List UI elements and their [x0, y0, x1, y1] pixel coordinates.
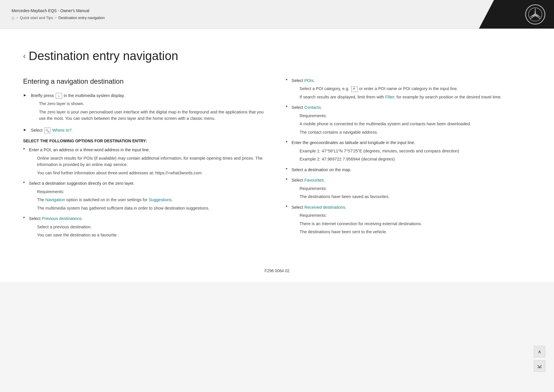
breadcrumb-current: Destination entry navigation [59, 16, 105, 20]
content-columns: Entering a navigation destination ► Brie… [23, 77, 531, 242]
breadcrumb-link-1[interactable]: Quick start and Tips [20, 16, 53, 20]
right-column: • Select POIs. Select a POI category, e.… [286, 77, 531, 242]
bullet-content: Select Previous destinations. Select a p… [29, 215, 119, 238]
bullet-marker: • [286, 204, 287, 235]
arrow-content: Select 🔍 Where to?. [31, 127, 73, 133]
filter-link[interactable]: Filter [385, 95, 394, 99]
bold-label: SELECT THE FOLLOWING OPTIONS FOR DESTINA… [23, 139, 268, 143]
sub-text-2: Example 2: 47.969722 7.956944 (decimal d… [300, 156, 459, 162]
sub-text: The destinations have been saved as favo… [300, 193, 389, 200]
footer-code: F296 0064 02 [265, 268, 289, 273]
home-inline-icon: ⌂ [56, 93, 62, 99]
main-content: ‹ Destination entry navigation Entering … [0, 29, 554, 260]
bullet-marker: • [23, 180, 25, 211]
list-item: • Enter the geocoordinates as latitude a… [286, 139, 531, 162]
sub-text: Select a POI category, e.g. P or enter a… [300, 85, 501, 92]
bullet-marker: • [286, 104, 287, 135]
home-icon[interactable]: ⌂ [12, 15, 14, 20]
received-destinations-link[interactable]: Received destinations [304, 205, 345, 210]
item-text: Select Contacts. [291, 105, 322, 110]
bullet-list: • Enter a POI, an address or a three-wor… [23, 147, 268, 238]
header-dark-area [479, 0, 554, 29]
right-bullet-list: • Select POIs. Select a POI category, e.… [286, 77, 531, 235]
sub-text: The zero layer is shown. [39, 100, 268, 107]
sub-text-2: The destinations have been sent to the v… [300, 229, 422, 235]
sub-text: Select a previous destination. [37, 224, 119, 230]
arrow-marker: ► [23, 128, 27, 133]
sub-text: A mobile phone is connected to the multi… [300, 121, 471, 127]
scroll-down-button[interactable] [534, 360, 545, 372]
item-text: Select POIs. [291, 78, 315, 83]
manual-title: Mercedes-Maybach EQS - Owner's Manual [12, 8, 105, 13]
suggestions-link[interactable]: Suggestions [149, 197, 172, 202]
sub-text: Example 1: 47°58'11"N 7°57'25"E (degrees… [300, 148, 459, 154]
pois-link[interactable]: POIs [304, 78, 314, 83]
requirements-label: Requirements: [300, 212, 422, 219]
favourites-link[interactable]: Favourites [304, 178, 324, 182]
item-text: Enter the geocoordinates as latitude and… [291, 140, 415, 145]
list-item: ► Select 🔍 Where to?. [23, 127, 268, 133]
scroll-up-button[interactable]: ∧ [534, 346, 545, 357]
bullet-marker: • [286, 77, 287, 100]
sub-text-2: If search results are displayed, limit t… [300, 94, 501, 100]
mercedes-logo [525, 4, 545, 25]
arrow-list: ► Briefly press ⌂ in the multimedia syst… [23, 92, 268, 133]
list-item: • Select Received destinations. Requirem… [286, 204, 531, 235]
bullet-content: Enter the geocoordinates as latitude and… [291, 139, 459, 162]
item-text: Select a destination suggestion directly… [29, 181, 134, 186]
bullet-marker: • [23, 146, 25, 176]
where-to-link[interactable]: Where to?. [52, 128, 73, 132]
bullet-content: Select a destination on the map. [291, 167, 351, 173]
item-text: Select Previous destinations. [29, 216, 83, 221]
list-item: • Enter a POI, an address or a three-wor… [23, 147, 268, 176]
bullet-content: Select a destination suggestion directly… [29, 180, 209, 211]
item-text: Enter a POI, an address or a three-word … [29, 148, 150, 152]
breadcrumb: ⌂ > Quick start and Tips > Destination e… [12, 15, 105, 20]
search-inline-icon: 🔍 [44, 128, 50, 133]
bullet-content: Select POIs. Select a POI category, e.g.… [291, 77, 501, 100]
breadcrumb-sep-1: > [16, 16, 18, 20]
sub-text: Online search results for POIs (if avail… [37, 155, 268, 168]
bullet-marker: • [286, 139, 287, 162]
item-text: Briefly press ⌂ in the multimedia system… [31, 93, 125, 98]
page-header: Mercedes-Maybach EQS - Owner's Manual ⌂ … [0, 0, 554, 29]
bullet-marker: • [286, 166, 287, 173]
list-item: • Select a destination suggestion direct… [23, 180, 268, 211]
arrow-marker: ► [23, 93, 27, 122]
bullet-content: Enter a POI, an address or a three-word … [29, 147, 268, 176]
sub-text-2: You can find further information about t… [37, 170, 268, 176]
requirements-label: Requirements: [300, 113, 471, 119]
bullet-content: Select Contacts. Requirements: A mobile … [291, 104, 471, 135]
section-title: Entering a navigation destination [23, 77, 268, 85]
requirements-label: Requirements: [300, 185, 389, 192]
requirements-label: Requirements: [37, 188, 209, 195]
back-button[interactable]: ‹ [23, 51, 26, 61]
bullet-content: Select Received destinations. Requiremen… [291, 204, 422, 235]
left-column: Entering a navigation destination ► Brie… [23, 77, 268, 242]
item-text: Select 🔍 Where to?. [31, 128, 73, 132]
list-item: • Select Previous destinations. Select a… [23, 215, 268, 238]
item-text: Select Favourites. [291, 178, 325, 182]
page-title: Destination entry navigation [29, 49, 178, 63]
breadcrumb-sep-2: > [55, 16, 57, 20]
sub-text-2: The contact contains a navigable address… [300, 129, 471, 135]
page-footer: F296 0064 02 [0, 260, 554, 282]
item-text: Select a destination on the map. [291, 167, 351, 172]
item-text: Select Received destinations. [291, 205, 346, 210]
sub-text-2: You can save the destination as a favour… [37, 232, 119, 238]
list-item: ► Briefly press ⌂ in the multimedia syst… [23, 92, 268, 122]
header-left: Mercedes-Maybach EQS - Owner's Manual ⌂ … [0, 5, 116, 24]
sub-text-2: The multimedia system has gathered suffi… [37, 205, 209, 211]
sub-text-2: The zero layer is your own personalised … [39, 109, 268, 122]
previous-destinations-link[interactable]: Previous destinations [42, 216, 82, 221]
svg-point-6 [535, 15, 536, 16]
contacts-link[interactable]: Contacts [304, 105, 321, 110]
p-icon: P [351, 86, 358, 92]
sub-text: There is an Internet connection for rece… [300, 221, 422, 227]
header-right [479, 0, 554, 29]
list-item: • Select Contacts. Requirements: A mobil… [286, 104, 531, 135]
page-title-row: ‹ Destination entry navigation [23, 49, 531, 63]
navigation-link[interactable]: Navigation [45, 197, 65, 202]
sub-text: The Navigation option is switched on in … [37, 197, 209, 203]
list-item: • Select Favourites. Requirements: The d… [286, 177, 531, 200]
